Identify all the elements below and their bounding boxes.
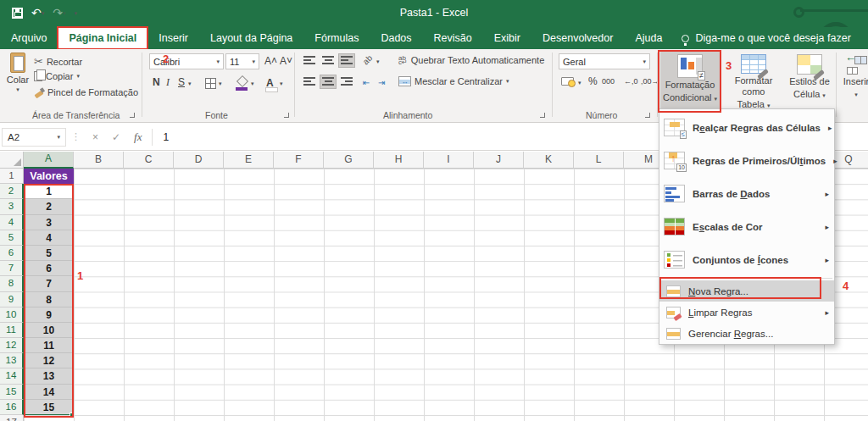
tell-me-search[interactable]: Diga-me o que você deseja fazer [673,27,850,49]
column-header-B[interactable]: B [74,152,124,169]
row-header-16[interactable]: 16 [0,400,24,415]
increase-decimal-button[interactable]: ←,0 [624,77,638,86]
tab-desenvolvedor[interactable]: Desenvolvedor [531,27,624,49]
fill-color-dropdown[interactable]: ▾ [251,80,254,87]
row-header-9[interactable]: 9 [0,292,24,307]
column-header-A[interactable]: A [24,152,74,169]
cell-A10[interactable]: 9 [24,307,74,323]
row-header-15[interactable]: 15 [0,385,24,400]
font-color-button[interactable]: A [264,76,275,90]
comma-style-button[interactable]: 000 [602,77,615,86]
increase-indent-button[interactable]: ⇥ [376,76,387,89]
conditional-formatting-button[interactable]: Formatação Condicional ▾ [660,51,720,111]
row-header-6[interactable]: 6 [0,246,24,261]
menu-item-highlight-cells-rules[interactable]: Realçar Regras das Células ▸ [659,111,834,144]
column-header-E[interactable]: E [224,152,274,169]
cell-A3[interactable]: 2 [24,199,74,214]
font-dialog-launcher[interactable] [283,112,291,119]
merge-center-button[interactable]: ↔ Mesclar e Centralizar ▾ [398,76,509,86]
row-header-14[interactable]: 14 [0,368,24,384]
insert-function-icon[interactable]: fx [127,130,148,144]
paste-button[interactable]: Colar ▾ [5,53,31,108]
menu-item-color-scales[interactable]: Escalas de Cor ▸ [659,210,834,243]
column-header-K[interactable]: K [524,152,574,169]
cell-A5[interactable]: 4 [24,230,74,246]
font-name-combo[interactable]: Calibri▾ [149,53,224,69]
menu-item-icon-sets[interactable]: Conjuntos de Ícones ▸ [659,243,834,276]
tab-revisão[interactable]: Revisão [423,27,483,49]
column-header-D[interactable]: D [174,152,224,169]
number-format-combo[interactable]: Geral▾ [559,53,650,69]
tab-ajuda[interactable]: Ajuda [624,27,673,49]
percent-style-button[interactable]: % [588,75,598,87]
row-header-2[interactable]: 2 [0,184,24,199]
clipboard-dialog-launcher[interactable] [129,112,136,119]
select-all-corner[interactable] [0,152,24,169]
shrink-font-button[interactable]: A˅ [280,55,292,67]
row-header-4[interactable]: 4 [0,215,24,230]
font-color-dropdown[interactable]: ▾ [280,80,283,87]
grow-font-button[interactable]: A˄ [264,55,277,67]
cell-A7[interactable]: 6 [24,261,74,276]
align-left-button[interactable] [302,75,317,88]
decrease-indent-button[interactable]: ⇤ [361,76,371,89]
orientation-button[interactable]: ab [361,53,374,66]
alignment-dialog-launcher[interactable] [539,112,547,119]
cell-A11[interactable]: 10 [24,323,74,338]
bold-button[interactable]: N [153,76,160,88]
wrap-text-button[interactable]: abc↵ Quebrar Texto Automaticamente [398,55,544,65]
cancel-icon[interactable]: × [86,131,105,143]
tab-dados[interactable]: Dados [370,27,422,49]
column-header-H[interactable]: H [374,152,424,169]
accounting-dropdown[interactable]: ▾ [578,80,581,86]
column-header-L[interactable]: L [574,152,624,169]
cell-A12[interactable]: 11 [24,338,74,353]
cell-A8[interactable]: 7 [24,276,74,291]
cut-button[interactable]: ✂ Recortar [34,55,82,68]
column-header-F[interactable]: F [274,152,324,169]
cell-A14[interactable]: 13 [24,368,74,384]
borders-dropdown[interactable]: ▾ [219,80,222,87]
cell-A9[interactable]: 8 [24,292,74,307]
cell-A16[interactable]: 15 [24,400,74,415]
tab-página-inicial[interactable]: Página Inicial [58,27,147,49]
fill-handle[interactable] [70,413,74,417]
underline-button[interactable]: S [178,76,185,88]
tab-exibir[interactable]: Exibir [483,27,531,49]
column-header-C[interactable]: C [124,152,174,169]
align-center-button[interactable] [320,75,336,88]
menu-item-manage-rules[interactable]: Gerenciar Regras... [659,323,834,344]
borders-button[interactable] [203,76,218,91]
align-bottom-button[interactable] [339,54,354,67]
menu-item-top-bottom-rules[interactable]: Regras de Primeiros/Últimos ▸ [659,144,834,177]
cell-A2[interactable]: 1 [24,184,74,199]
row-header-10[interactable]: 10 [0,307,24,323]
insert-cells-button[interactable]: Inserir ▾ [839,51,868,111]
menu-item-data-bars[interactable]: Barras de Dados ▸ [659,177,834,210]
underline-dropdown[interactable]: ▾ [188,80,192,87]
accounting-format-button[interactable] [559,75,576,87]
name-box[interactable]: A2▾ [2,128,66,147]
font-size-combo[interactable]: 11▾ [225,53,259,69]
tab-fórmulas[interactable]: Fórmulas [303,27,370,49]
row-header-13[interactable]: 13 [0,353,24,368]
row-header-11[interactable]: 11 [0,323,24,338]
column-header-G[interactable]: G [324,152,374,169]
cell-A15[interactable]: 14 [24,385,74,400]
copy-button[interactable]: Copiar ▾ [34,71,80,81]
tab-inserir[interactable]: Inserir [147,27,199,49]
cell-A1[interactable]: Valores [24,169,74,184]
number-dialog-launcher[interactable] [644,112,652,119]
tab-arquivo[interactable]: Arquivo [0,27,58,49]
formula-bar-input[interactable]: 1 [156,131,169,143]
cell-A4[interactable]: 3 [24,215,74,230]
orientation-dropdown[interactable]: ▾ [376,58,380,65]
column-header-J[interactable]: J [474,152,524,169]
row-header-12[interactable]: 12 [0,338,24,353]
align-middle-button[interactable] [320,54,336,67]
tab-layout-da-página[interactable]: Layout da Página [199,27,303,49]
cell-styles-button[interactable]: Estilos de Célula ▾ [785,51,834,111]
cell-A6[interactable]: 5 [24,246,74,261]
cell-A13[interactable]: 12 [24,353,74,368]
enter-check-icon[interactable]: ✓ [105,131,127,143]
